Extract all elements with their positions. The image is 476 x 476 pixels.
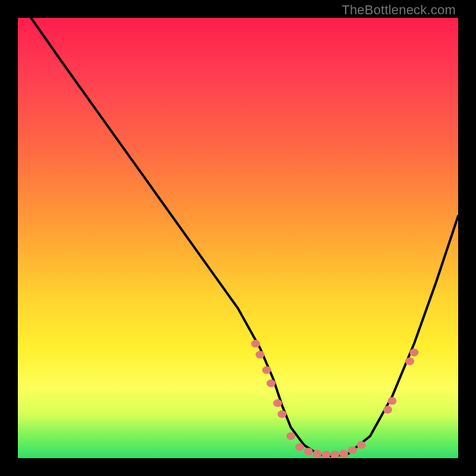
watermark-text: TheBottleneck.com xyxy=(342,2,456,18)
chart-frame xyxy=(18,18,458,458)
gradient-plot-area xyxy=(18,18,458,458)
